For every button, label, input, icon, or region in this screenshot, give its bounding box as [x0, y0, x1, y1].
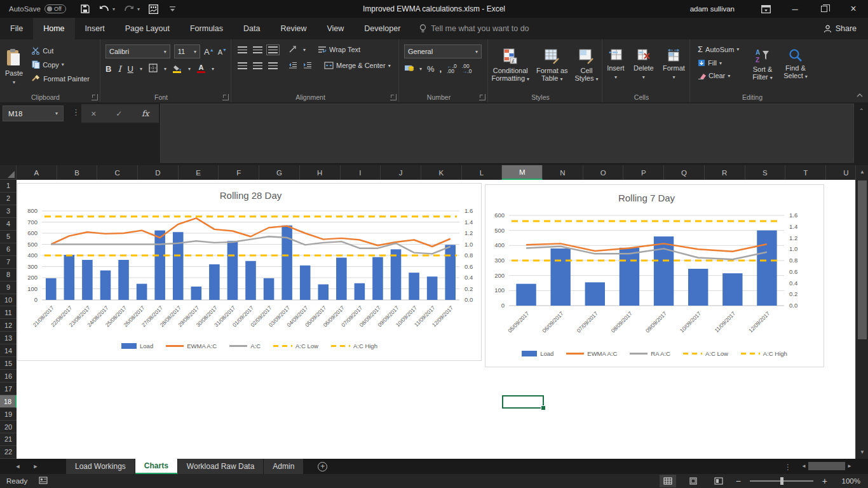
zoom-out-button[interactable]: − [736, 476, 741, 486]
fill-dropdown-icon[interactable]: ▾ [719, 60, 722, 66]
tell-me-box[interactable]: Tell me what you want to do [419, 18, 529, 39]
autosave-toggle[interactable]: AutoSave Off [9, 4, 66, 13]
bar-21/08/2017[interactable] [46, 278, 57, 300]
clear-dropdown-icon[interactable]: ▾ [728, 73, 730, 79]
legend-item-a-c-high[interactable]: A:C High [741, 350, 787, 357]
accounting-dropdown-icon[interactable]: ▾ [419, 66, 422, 72]
ribbon-display-options-icon[interactable] [751, 0, 780, 18]
format-as-table-button[interactable]: Format asTable ▾ [536, 43, 568, 83]
chart-rolling-28-day[interactable]: Rolling 28 Day01002003004005006007008000… [17, 183, 482, 361]
formula-input[interactable] [160, 104, 854, 163]
legend-item-ewma-a-c[interactable]: EWMA A:C [566, 350, 617, 357]
bar-29/08/2017[interactable] [191, 287, 202, 300]
row-header-2[interactable]: 2 [0, 193, 17, 205]
column-header-J[interactable]: J [381, 165, 421, 180]
align-top-button[interactable] [238, 46, 247, 53]
insert-cells-dropdown-icon[interactable]: ▾ [614, 74, 617, 81]
column-header-C[interactable]: C [97, 165, 138, 180]
bar-05/09/2017[interactable] [516, 284, 536, 306]
bar-08/09/2017[interactable] [620, 248, 639, 306]
bar-23/08/2017[interactable] [82, 260, 93, 300]
sheet-tab-charts[interactable]: Charts [135, 459, 178, 474]
scroll-right-icon[interactable]: ► [845, 463, 854, 469]
column-header-S[interactable]: S [745, 165, 786, 180]
close-button[interactable]: × [839, 0, 868, 18]
column-header-Q[interactable]: Q [664, 165, 705, 180]
ribbon-tab-developer[interactable]: Developer [354, 18, 410, 39]
row-header-16[interactable]: 16 [0, 370, 17, 383]
row-header-11[interactable]: 11 [0, 307, 17, 320]
ribbon-tab-view[interactable]: View [316, 18, 354, 39]
cut-button[interactable]: Cut [29, 46, 92, 56]
cell-styles-dropdown-icon[interactable]: ▾ [596, 76, 599, 82]
column-header-T[interactable]: T [785, 165, 826, 180]
column-header-P[interactable]: P [624, 165, 665, 180]
ribbon-tab-insert[interactable]: Insert [75, 18, 115, 39]
comma-style-button[interactable]: , [440, 64, 442, 74]
column-header-U[interactable]: U [826, 165, 855, 180]
clear-button[interactable]: Clear▾ [695, 71, 746, 81]
row-header-20[interactable]: 20 [0, 421, 17, 433]
scroll-up-icon[interactable]: ▲ [856, 165, 868, 179]
undo-dropdown-icon[interactable]: ▾ [112, 6, 115, 12]
bar-31/08/2017[interactable] [227, 241, 238, 300]
bar-07/09/2017[interactable] [355, 283, 365, 300]
row-header-22[interactable]: 22 [0, 446, 17, 459]
align-bottom-button[interactable] [268, 46, 278, 53]
select-all-corner[interactable] [0, 165, 17, 180]
sheet-nav-left-icon[interactable]: ◄ [9, 459, 27, 474]
bar-24/08/2017[interactable] [100, 271, 111, 300]
column-header-L[interactable]: L [462, 165, 503, 180]
redo-icon[interactable] [124, 4, 134, 14]
autosave-pill[interactable]: Off [44, 4, 66, 13]
formula-bar-collapse-icon[interactable]: ⌃ [859, 107, 864, 114]
bar-10/09/2017[interactable] [409, 273, 419, 300]
sheet-tab-workload-raw-data[interactable]: Workload Raw Data [178, 459, 264, 474]
name-box-dropdown-icon[interactable]: ▾ [55, 111, 58, 116]
borders-dropdown-icon[interactable]: ▾ [164, 66, 166, 72]
column-header-O[interactable]: O [583, 165, 624, 180]
copy-dropdown-icon[interactable]: ▾ [62, 62, 64, 67]
ribbon-tab-home[interactable]: Home [33, 18, 74, 39]
bar-27/08/2017[interactable] [154, 231, 165, 300]
orientation-dropdown-icon[interactable]: ▾ [303, 47, 306, 53]
row-header-7[interactable]: 7 [0, 256, 17, 269]
bar-07/09/2017[interactable] [585, 282, 605, 306]
bar-03/09/2017[interactable] [281, 226, 292, 300]
save-icon[interactable] [80, 4, 90, 14]
font-color-button[interactable]: A [197, 64, 205, 73]
cell-styles-button[interactable]: CellStyles ▾ [574, 43, 598, 83]
percent-style-button[interactable]: % [427, 64, 435, 74]
row-header-21[interactable]: 21 [0, 433, 17, 446]
vertical-scroll-thumb[interactable] [858, 180, 867, 339]
merge-center-button[interactable]: Merge & Center ▾ [322, 60, 393, 71]
bar-02/09/2017[interactable] [264, 278, 275, 300]
sheet-tab-load-workings[interactable]: Load Workings [66, 459, 135, 474]
font-size-select[interactable]: 11▾ [174, 44, 200, 58]
underline-dropdown-icon[interactable]: ▾ [140, 66, 142, 72]
bar-22/08/2017[interactable] [64, 255, 75, 300]
paste-dropdown-icon[interactable]: ▾ [13, 79, 15, 86]
paste-button[interactable]: Paste ▾ [5, 43, 23, 86]
bar-30/08/2017[interactable] [209, 264, 220, 300]
legend-item-a-c-high[interactable]: A:C High [331, 342, 377, 349]
page-layout-view-button[interactable] [685, 475, 702, 487]
row-header-13[interactable]: 13 [0, 332, 17, 344]
font-color-dropdown-icon[interactable]: ▾ [212, 66, 214, 72]
name-box[interactable]: M18▾ [3, 105, 64, 121]
row-header-1[interactable]: 1 [0, 180, 17, 193]
sort-filter-dropdown-icon[interactable]: ▾ [770, 75, 773, 81]
bar-25/08/2017[interactable] [118, 260, 129, 300]
row-header-10[interactable]: 10 [0, 294, 17, 307]
align-center-button[interactable] [253, 62, 262, 69]
row-header-9[interactable]: 9 [0, 281, 17, 294]
fill-color-dropdown-icon[interactable]: ▾ [188, 66, 191, 72]
legend-item-ewma-a-c[interactable]: EWMA A:C [166, 342, 217, 349]
merge-center-dropdown-icon[interactable]: ▾ [388, 63, 391, 69]
minimize-button[interactable]: ─ [780, 0, 810, 18]
number-dialog-launcher[interactable] [479, 94, 485, 100]
column-header-R[interactable]: R [705, 165, 745, 180]
row-header-14[interactable]: 14 [0, 344, 17, 357]
font-name-select[interactable]: Calibri▾ [105, 44, 170, 58]
bar-12/09/2017[interactable] [757, 231, 776, 306]
